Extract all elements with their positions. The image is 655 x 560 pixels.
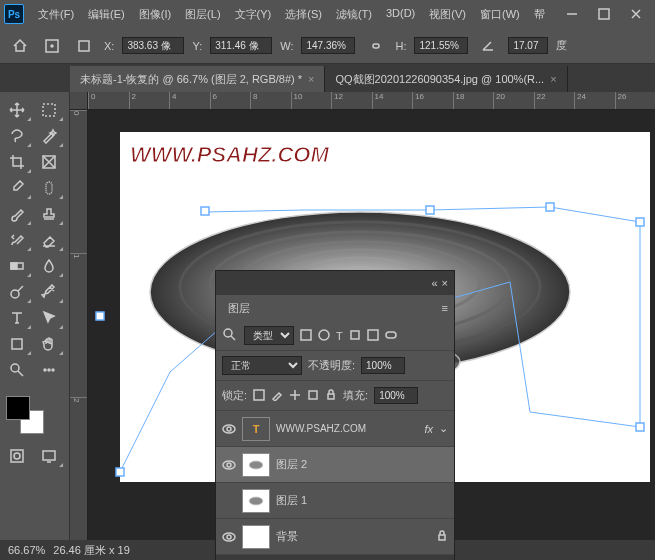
visibility-icon[interactable] bbox=[222, 422, 236, 436]
pen-tool[interactable] bbox=[34, 280, 64, 304]
wand-tool[interactable] bbox=[34, 124, 64, 148]
eyedropper-tool[interactable] bbox=[2, 176, 32, 200]
type-tool[interactable] bbox=[2, 306, 32, 330]
lock-position-icon[interactable] bbox=[289, 389, 301, 403]
marquee-tool[interactable] bbox=[34, 98, 64, 122]
svg-point-48 bbox=[223, 533, 235, 541]
w-input[interactable] bbox=[301, 37, 355, 54]
menu-layer[interactable]: 图层(L) bbox=[179, 3, 226, 26]
search-icon[interactable] bbox=[222, 327, 238, 345]
collapse-icon[interactable]: « bbox=[431, 277, 437, 289]
link-icon[interactable] bbox=[363, 34, 387, 58]
tab-close-icon[interactable]: × bbox=[550, 73, 556, 85]
menu-view[interactable]: 视图(V) bbox=[423, 3, 472, 26]
path-select-tool[interactable] bbox=[34, 306, 64, 330]
fx-badge[interactable]: fx bbox=[424, 423, 433, 435]
visibility-icon[interactable] bbox=[222, 494, 236, 508]
x-input[interactable] bbox=[122, 37, 184, 54]
svg-rect-17 bbox=[43, 451, 55, 460]
menu-help[interactable]: 帮 bbox=[528, 3, 551, 26]
filter-type-icon[interactable]: T bbox=[336, 330, 343, 342]
foreground-color[interactable] bbox=[6, 396, 30, 420]
panel-header[interactable]: « × bbox=[216, 271, 454, 295]
svg-rect-3 bbox=[79, 41, 89, 51]
stamp-tool[interactable] bbox=[34, 202, 64, 226]
tab-inactive[interactable]: QQ截图20201226090354.jpg @ 100%(R... × bbox=[325, 66, 567, 92]
layer-item[interactable]: 图层 1 bbox=[216, 483, 454, 519]
frame-tool[interactable] bbox=[34, 150, 64, 174]
h-input[interactable] bbox=[414, 37, 468, 54]
tab-close-icon[interactable]: × bbox=[308, 73, 314, 85]
title-bar: Ps 文件(F) 编辑(E) 图像(I) 图层(L) 文字(Y) 选择(S) 滤… bbox=[0, 0, 655, 28]
svg-point-33 bbox=[224, 329, 232, 337]
zoom-level[interactable]: 66.67% bbox=[8, 544, 45, 556]
screenmode-tool[interactable] bbox=[34, 444, 64, 468]
menu-edit[interactable]: 编辑(E) bbox=[82, 3, 131, 26]
color-swatches bbox=[2, 392, 62, 442]
fill-input[interactable] bbox=[374, 387, 418, 404]
transform-ref-icon[interactable] bbox=[40, 34, 64, 58]
visibility-icon[interactable] bbox=[222, 530, 236, 544]
filter-type-select[interactable]: 类型 bbox=[244, 326, 294, 345]
filter-smart-icon[interactable] bbox=[367, 329, 379, 343]
history-brush-tool[interactable] bbox=[2, 228, 32, 252]
lock-all-icon[interactable] bbox=[325, 389, 337, 403]
layer-item[interactable]: T WWW.PSAHZ.COM fx ⌄ bbox=[216, 411, 454, 447]
checkbox-icon[interactable] bbox=[72, 34, 96, 58]
angle-input[interactable] bbox=[508, 37, 548, 54]
filter-pixel-icon[interactable] bbox=[300, 329, 312, 343]
menu-bar: 文件(F) 编辑(E) 图像(I) 图层(L) 文字(Y) 选择(S) 滤镜(T… bbox=[32, 3, 557, 26]
lock-label: 锁定: bbox=[222, 388, 247, 403]
lasso-tool[interactable] bbox=[2, 124, 32, 148]
hand-tool[interactable] bbox=[34, 332, 64, 356]
close-icon[interactable]: × bbox=[442, 277, 448, 289]
more-tool[interactable] bbox=[34, 358, 64, 382]
blur-tool[interactable] bbox=[34, 254, 64, 278]
eraser-tool[interactable] bbox=[34, 228, 64, 252]
gradient-tool[interactable] bbox=[2, 254, 32, 278]
layer-item[interactable]: 图层 2 bbox=[216, 447, 454, 483]
layer-item[interactable]: 背景 bbox=[216, 519, 454, 555]
svg-point-16 bbox=[14, 453, 20, 459]
maximize-button[interactable] bbox=[589, 4, 619, 24]
quickmask-tool[interactable] bbox=[2, 444, 32, 468]
svg-point-47 bbox=[249, 497, 263, 505]
zoom-tool[interactable] bbox=[2, 358, 32, 382]
panel-menu-icon[interactable]: ≡ bbox=[442, 302, 448, 314]
home-icon[interactable] bbox=[8, 34, 32, 58]
visibility-icon[interactable] bbox=[222, 458, 236, 472]
minimize-button[interactable] bbox=[557, 4, 587, 24]
layers-tab[interactable]: 图层 bbox=[216, 295, 262, 321]
heal-tool[interactable] bbox=[34, 176, 64, 200]
menu-image[interactable]: 图像(I) bbox=[133, 3, 177, 26]
dodge-tool[interactable] bbox=[2, 280, 32, 304]
chevron-down-icon[interactable]: ⌄ bbox=[439, 422, 448, 435]
menu-type[interactable]: 文字(Y) bbox=[229, 3, 278, 26]
crop-tool[interactable] bbox=[2, 150, 32, 174]
menu-file[interactable]: 文件(F) bbox=[32, 3, 80, 26]
filter-shape-icon[interactable] bbox=[349, 329, 361, 343]
svg-rect-15 bbox=[11, 450, 23, 462]
close-button[interactable] bbox=[621, 4, 651, 24]
y-input[interactable] bbox=[210, 37, 272, 54]
layers-panel[interactable]: « × 图层 ≡ 类型 T 正常 不透明度: 锁定: 填充: T WWW.PSA… bbox=[215, 270, 455, 560]
menu-window[interactable]: 窗口(W) bbox=[474, 3, 526, 26]
tab-active[interactable]: 未标题-1-恢复的 @ 66.7% (图层 2, RGB/8#) * × bbox=[70, 66, 325, 92]
lock-artboard-icon[interactable] bbox=[307, 389, 319, 403]
brush-tool[interactable] bbox=[2, 202, 32, 226]
svg-point-11 bbox=[11, 364, 19, 372]
filter-toggle-icon[interactable] bbox=[385, 329, 397, 343]
opacity-input[interactable] bbox=[361, 357, 405, 374]
menu-3d[interactable]: 3D(D) bbox=[380, 3, 421, 26]
filter-adjust-icon[interactable] bbox=[318, 329, 330, 343]
move-tool[interactable] bbox=[2, 98, 32, 122]
panel-footer: fx bbox=[216, 555, 454, 560]
menu-filter[interactable]: 滤镜(T) bbox=[330, 3, 378, 26]
document-tabs: 未标题-1-恢复的 @ 66.7% (图层 2, RGB/8#) * × QQ截… bbox=[0, 64, 655, 92]
lock-brush-icon[interactable] bbox=[271, 389, 283, 403]
lock-pixels-icon[interactable] bbox=[253, 389, 265, 403]
shape-tool[interactable] bbox=[2, 332, 32, 356]
menu-select[interactable]: 选择(S) bbox=[279, 3, 328, 26]
layer-name: WWW.PSAHZ.COM bbox=[276, 423, 418, 434]
blend-mode-select[interactable]: 正常 bbox=[222, 356, 302, 375]
